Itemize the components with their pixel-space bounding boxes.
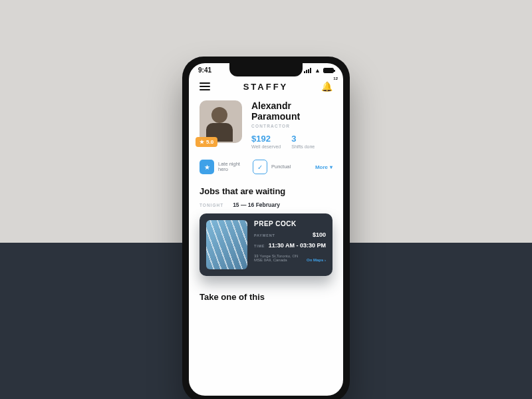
phone-screen: 9:41 ▲ STAFFY 🔔 12 ★ 5.0 [189, 63, 343, 396]
rating-value: 5.0 [206, 139, 213, 145]
status-indicators: ▲ [304, 67, 334, 74]
jobs-heading: Jobs that are waiting [189, 180, 343, 198]
stat-label: Well deserved [251, 144, 281, 149]
chevron-right-icon: › [325, 258, 326, 262]
profile-info: Alexandr Paramount CONTRACTOR $192 Well … [251, 100, 332, 149]
avatar-container[interactable]: ★ 5.0 [200, 100, 242, 143]
job-body: PREP COCK PAYMENT $100 TIME 11:30 AM - 0… [254, 220, 326, 269]
app-logo: STAFFY [243, 82, 289, 92]
chevron-down-icon: ▾ [330, 164, 332, 170]
badge-label: Punctual [271, 164, 291, 170]
payment-label: PAYMENT [254, 233, 275, 237]
more-label: More [315, 164, 328, 170]
date-label: TONIGHT [200, 203, 223, 207]
bell-icon: 🔔 [321, 81, 332, 92]
status-time: 9:41 [198, 66, 211, 74]
profile-section: ★ 5.0 Alexandr Paramount CONTRACTOR $192… [189, 96, 343, 150]
date-range: 15 — 16 February [233, 201, 280, 208]
badge-label: Late night hero [218, 162, 247, 173]
time-label: TIME [254, 244, 265, 248]
stat-label: Shifts done [291, 144, 315, 149]
notch [229, 63, 303, 76]
profile-stats: $192 Well deserved 3 Shifts done [251, 134, 332, 149]
clock-icon: ✓ [253, 160, 267, 174]
notifications-button[interactable]: 🔔 12 [321, 80, 332, 92]
job-card[interactable]: PREP COCK PAYMENT $100 TIME 11:30 AM - 0… [200, 213, 332, 276]
job-image [206, 220, 247, 269]
stat-shifts: 3 Shifts done [291, 134, 315, 149]
badge-punctual: ✓ Punctual [253, 160, 291, 174]
badge-late-night-hero: ★ Late night hero [200, 160, 247, 174]
jobs-date-row: TONIGHT 15 — 16 February [189, 198, 343, 213]
payment-value: $100 [313, 231, 326, 238]
signal-icon [304, 68, 312, 73]
notification-count: 12 [333, 76, 338, 80]
badges-row: ★ Late night hero ✓ Punctual More ▾ [189, 150, 343, 180]
stat-earnings: $192 Well deserved [251, 134, 281, 149]
take-one-heading: Take one of this [189, 285, 343, 303]
phone-frame: 9:41 ▲ STAFFY 🔔 12 ★ 5.0 [182, 57, 350, 399]
stat-value: 3 [291, 134, 315, 144]
profile-name-first: Alexandr [251, 100, 291, 111]
profile-name-last: Paramount [251, 111, 300, 122]
job-title: PREP COCK [254, 220, 326, 227]
app-header: STAFFY 🔔 12 [189, 74, 343, 96]
rating-badge: ★ 5.0 [196, 137, 217, 147]
star-icon: ★ [200, 139, 204, 145]
job-address: 33 Yonge St,Toronto, ON MSE 0A9, Canada [254, 254, 303, 262]
profile-role: CONTRACTOR [251, 124, 332, 128]
on-maps-link[interactable]: On Maps › [307, 258, 326, 262]
person-star-icon: ★ [200, 160, 214, 174]
wifi-icon: ▲ [315, 67, 321, 74]
maps-label: On Maps [307, 258, 323, 262]
time-value: 11:30 AM - 03:30 PM [269, 242, 326, 249]
stat-value: $192 [251, 134, 281, 144]
profile-name: Alexandr Paramount [251, 100, 332, 122]
menu-button[interactable] [200, 82, 210, 90]
battery-icon [323, 68, 334, 73]
more-badges-link[interactable]: More ▾ [315, 164, 332, 170]
